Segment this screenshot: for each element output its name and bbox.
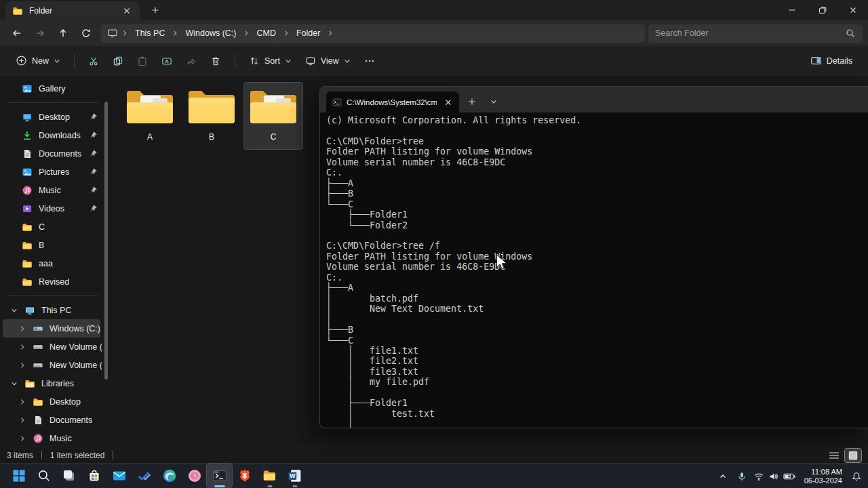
breadcrumb-item[interactable]: Folder — [292, 27, 324, 39]
share-button[interactable] — [180, 50, 203, 72]
chevron-right-icon[interactable] — [19, 417, 26, 424]
terminal-output[interactable]: (c) Microsoft Corporation. All rights re… — [320, 113, 868, 428]
volume-icon[interactable] — [767, 466, 781, 487]
sidebar: GalleryDesktopDownloadsDocumentsPictures… — [0, 76, 108, 447]
taskbar-mail-icon[interactable] — [106, 464, 132, 488]
sort-button[interactable]: Sort — [243, 50, 298, 72]
search-placeholder: Search Folder — [655, 28, 845, 38]
sidebar-item-label: Documents — [39, 149, 81, 159]
sidebar-item-revised[interactable]: Revised — [3, 272, 102, 291]
tray-chevron-up-icon[interactable] — [714, 466, 732, 487]
folder-tile-c[interactable]: C — [244, 83, 302, 149]
folder-icon — [22, 222, 33, 232]
sidebar-item-b[interactable]: B — [3, 236, 102, 254]
terminal-new-tab-button[interactable] — [463, 93, 481, 110]
wifi-icon[interactable] — [752, 466, 766, 487]
chevron-right-icon[interactable] — [19, 399, 26, 405]
chevron-down-icon[interactable] — [11, 380, 18, 387]
sidebar-item-this-pc[interactable]: This PC — [3, 301, 102, 319]
breadcrumb-item[interactable]: This PC — [131, 27, 169, 39]
sidebar-item-documents[interactable]: Documents — [3, 144, 102, 163]
details-pane-button[interactable]: Details — [804, 50, 859, 72]
folder-tile-b[interactable]: B — [182, 83, 241, 149]
svg-text:W: W — [290, 472, 296, 479]
notification-bell-icon[interactable] — [848, 466, 865, 487]
sidebar-item-documents[interactable]: Documents — [3, 411, 102, 429]
cut-button[interactable] — [82, 50, 105, 72]
forward-button[interactable] — [28, 23, 52, 43]
chevron-right-icon[interactable] — [19, 344, 26, 350]
battery-icon[interactable] — [782, 466, 797, 487]
breadcrumb-monitor-icon[interactable] — [106, 28, 119, 39]
folder-tile-a[interactable]: A — [121, 83, 179, 149]
sidebar-item-videos[interactable]: Videos — [3, 199, 102, 218]
breadcrumb-item[interactable]: CMD — [252, 27, 279, 39]
sidebar-item-gallery[interactable]: Gallery — [3, 79, 102, 98]
sidebar-item-music[interactable]: Music — [3, 429, 102, 447]
sidebar-item-pictures[interactable]: Pictures — [3, 163, 102, 181]
sort-button-label: Sort — [264, 56, 280, 66]
new-button[interactable]: New — [9, 50, 66, 72]
rename-button[interactable]: A — [155, 50, 178, 72]
up-button[interactable] — [52, 23, 75, 43]
search-icon[interactable] — [845, 28, 856, 39]
copy-button[interactable] — [106, 50, 130, 72]
refresh-button[interactable] — [75, 23, 98, 43]
details-view-toggle[interactable] — [826, 449, 842, 462]
clock[interactable]: 11:08 AM 06-03-2024 — [799, 468, 846, 485]
pictures-icon — [22, 167, 33, 178]
sidebar-item-new-volume-d[interactable]: New Volume (D:) — [3, 338, 102, 356]
folder-with-documents-icon — [248, 87, 299, 127]
microphone-icon[interactable] — [733, 466, 751, 487]
sidebar-item-aaa[interactable]: aaa — [3, 254, 102, 272]
breadcrumb[interactable]: This PCWindows (C:)CMDFolder — [101, 24, 645, 43]
sidebar-item-desktop[interactable]: Desktop — [3, 392, 102, 411]
taskbar-search-icon[interactable] — [31, 464, 56, 488]
videos-icon — [22, 203, 33, 214]
sidebar-item-label: Pictures — [39, 167, 69, 177]
sidebar-item-music[interactable]: Music — [3, 181, 102, 199]
delete-button[interactable] — [204, 50, 227, 72]
taskbar-store-icon[interactable] — [81, 464, 106, 488]
sidebar-item-label: Downloads — [39, 131, 81, 140]
sidebar-item-windows-c[interactable]: Windows (C:) — [3, 319, 100, 338]
terminal-tab[interactable]: C:\Windows\System32\cmd.e — [326, 92, 459, 113]
breadcrumb-item[interactable]: Windows (C:) — [181, 27, 240, 39]
explorer-tab[interactable]: Folder — [5, 1, 140, 20]
chevron-right-icon[interactable] — [19, 325, 26, 332]
terminal-tab-close-icon[interactable] — [441, 96, 455, 109]
back-button[interactable] — [5, 23, 28, 43]
sidebar-item-downloads[interactable]: Downloads — [3, 126, 102, 144]
taskbar-clock-app-icon[interactable] — [182, 464, 207, 488]
sidebar-item-new-volume-e[interactable]: New Volume (E:) — [3, 356, 102, 374]
large-icons-view-toggle[interactable] — [845, 449, 861, 462]
view-button[interactable]: View — [299, 50, 357, 72]
tab-close-icon[interactable] — [119, 3, 134, 18]
sidebar-item-c[interactable]: C — [3, 218, 102, 236]
taskbar-word-icon[interactable]: W — [282, 464, 307, 488]
close-button[interactable] — [837, 0, 868, 20]
sidebar-item-libraries[interactable]: Libraries — [3, 374, 102, 392]
taskbar-start-icon[interactable] — [6, 464, 31, 488]
more-options-button[interactable] — [358, 50, 381, 72]
sidebar-item-label: Desktop — [50, 397, 81, 407]
new-tab-button[interactable] — [146, 1, 164, 19]
sidebar-item-desktop[interactable]: Desktop — [3, 108, 102, 126]
chevron-right-icon[interactable] — [19, 362, 26, 369]
taskbar-file-explorer-icon[interactable] — [257, 464, 282, 488]
search-input[interactable]: Search Folder — [648, 24, 863, 43]
taskbar-task-view-icon[interactable] — [56, 464, 81, 488]
plus-circle-icon — [16, 55, 27, 66]
taskbar-edge-icon[interactable] — [157, 464, 182, 488]
paste-button[interactable] — [131, 50, 154, 72]
maximize-button[interactable] — [807, 0, 837, 20]
chevron-right-icon[interactable] — [19, 435, 26, 442]
taskbar-todo-icon[interactable] — [132, 464, 157, 488]
taskbar-terminal-icon[interactable] — [207, 464, 232, 488]
terminal-dropdown-button[interactable] — [485, 93, 502, 110]
chevron-down-icon[interactable] — [11, 307, 18, 314]
minimize-button[interactable] — [776, 0, 807, 20]
sidebar-scrollbar[interactable] — [104, 102, 108, 380]
rename-icon: A — [161, 56, 172, 66]
taskbar-brave-icon[interactable] — [232, 464, 257, 488]
